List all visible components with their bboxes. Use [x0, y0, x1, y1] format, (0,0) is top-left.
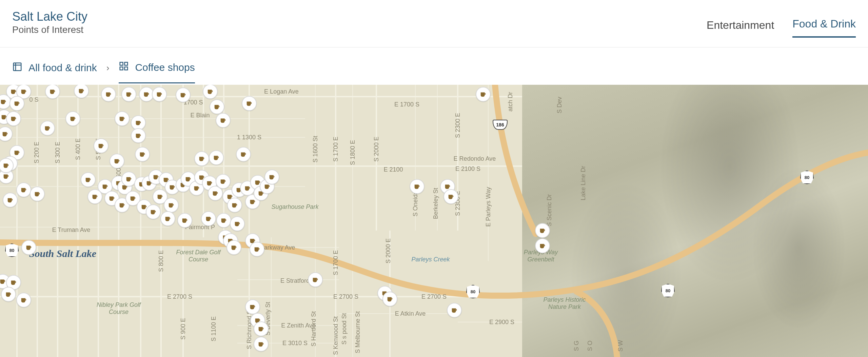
coffee-cup-icon: [386, 295, 394, 303]
coffee-shop-marker[interactable]: [201, 211, 216, 226]
coffee-cup-icon: [101, 183, 109, 190]
coffee-shop-marker[interactable]: [152, 87, 167, 102]
grid-icon: [119, 61, 129, 74]
coffee-cup-icon: [13, 149, 21, 156]
map-canvas[interactable]: South Salt Lake 0 S1700 SE 1700 SE Logan…: [0, 85, 868, 357]
crumb-root-label: All food & drink: [28, 62, 97, 74]
svg-rect-6: [125, 67, 128, 70]
coffee-shop-marker[interactable]: [216, 213, 231, 228]
coffee-shop-marker[interactable]: [410, 179, 425, 194]
coffee-shop-marker[interactable]: [203, 85, 218, 99]
coffee-shop-marker[interactable]: [245, 299, 260, 314]
interstate-shield: 80: [800, 171, 814, 184]
coffee-shop-marker[interactable]: [135, 147, 150, 162]
coffee-shop-marker[interactable]: [264, 170, 279, 184]
coffee-shop-marker[interactable]: [146, 204, 161, 219]
coffee-cup-icon: [253, 245, 261, 253]
coffee-shop-marker[interactable]: [216, 113, 231, 128]
coffee-shop-marker[interactable]: [254, 321, 269, 336]
coffee-shop-marker[interactable]: [254, 337, 269, 352]
coffee-shop-marker[interactable]: [65, 111, 80, 126]
coffee-shop-marker[interactable]: [101, 87, 116, 102]
coffee-shop-marker[interactable]: [216, 174, 231, 189]
coffee-shop-marker[interactable]: [21, 240, 36, 255]
coffee-shop-marker[interactable]: [227, 198, 242, 213]
tab-food-drink[interactable]: Food & Drink: [792, 18, 856, 38]
coffee-shop-marker[interactable]: [81, 172, 96, 187]
coffee-shop-marker[interactable]: [87, 189, 102, 204]
coffee-cup-icon: [118, 115, 126, 122]
coffee-cup-icon: [20, 186, 27, 194]
coffee-cup-icon: [206, 179, 213, 187]
coffee-shop-marker[interactable]: [160, 211, 175, 226]
coffee-cup-icon: [25, 244, 33, 251]
tab-entertainment[interactable]: Entertainment: [707, 19, 774, 38]
coffee-shop-marker[interactable]: [209, 150, 224, 165]
crumb-coffee-shops[interactable]: Coffee shops: [119, 61, 195, 83]
coffee-shop-marker[interactable]: [94, 138, 108, 153]
coffee-cup-icon: [413, 183, 421, 190]
coffee-cup-icon: [179, 91, 187, 99]
filter-bar: All food & drink › Coffee shops: [0, 47, 868, 85]
coffee-cup-icon: [135, 119, 142, 126]
coffee-shop-marker[interactable]: [447, 303, 462, 318]
coffee-cup-icon: [84, 176, 92, 183]
coffee-shop-marker[interactable]: [110, 154, 124, 168]
coffee-cup-icon: [230, 244, 238, 251]
coffee-shop-marker[interactable]: [131, 128, 146, 143]
coffee-cup-icon: [156, 193, 164, 200]
coffee-cup-icon: [451, 306, 458, 314]
coffee-cup-icon: [156, 91, 163, 98]
list-icon: [12, 62, 22, 74]
svg-rect-0: [14, 63, 21, 71]
coffee-cup-icon: [234, 220, 241, 227]
coffee-shop-marker[interactable]: [9, 96, 24, 111]
coffee-cup-icon: [240, 151, 247, 158]
coffee-cup-icon: [105, 91, 112, 98]
coffee-shop-marker[interactable]: [121, 87, 136, 102]
coffee-shop-marker[interactable]: [226, 240, 241, 255]
coffee-cup-icon: [184, 175, 192, 183]
coffee-shop-marker[interactable]: [1, 287, 16, 302]
coffee-shop-marker[interactable]: [242, 96, 257, 111]
coffee-shop-marker[interactable]: [210, 99, 224, 114]
coffee-cup-icon: [0, 98, 7, 105]
coffee-shop-marker[interactable]: [16, 182, 31, 197]
crumb-all-food-drink[interactable]: All food & drink: [12, 62, 97, 74]
coffee-shop-marker[interactable]: [535, 238, 550, 253]
app-header: Salt Lake City Points of Interest Entert…: [0, 0, 868, 47]
coffee-cup-icon: [257, 340, 265, 348]
coffee-shop-marker[interactable]: [236, 147, 251, 162]
coffee-cup-icon: [213, 154, 220, 161]
coffee-shop-marker[interactable]: [115, 111, 130, 126]
coffee-shop-marker[interactable]: [535, 223, 550, 238]
coffee-shop-marker[interactable]: [230, 216, 245, 231]
coffee-shop-marker[interactable]: [382, 292, 397, 306]
coffee-shop-marker[interactable]: [6, 111, 21, 126]
coffee-cup-icon: [20, 88, 27, 95]
crumb-current-label: Coffee shops: [135, 62, 195, 73]
coffee-shop-marker[interactable]: [476, 87, 491, 102]
svg-rect-3: [120, 62, 123, 65]
coffee-shop-marker[interactable]: [308, 272, 323, 287]
coffee-cup-icon: [479, 91, 487, 98]
coffee-cup-icon: [118, 201, 126, 209]
coffee-shop-marker[interactable]: [177, 213, 192, 228]
coffee-shop-marker[interactable]: [176, 87, 191, 102]
coffee-shop-marker[interactable]: [250, 242, 264, 257]
svg-rect-5: [120, 67, 123, 70]
coffee-shop-marker[interactable]: [16, 293, 31, 308]
coffee-shop-marker[interactable]: [30, 186, 45, 201]
coffee-shop-marker[interactable]: [164, 198, 179, 213]
coffee-cup-icon: [257, 325, 265, 333]
coffee-shop-marker[interactable]: [443, 189, 458, 204]
coffee-cup-icon: [206, 88, 214, 95]
coffee-cup-icon: [249, 303, 256, 311]
coffee-shop-marker[interactable]: [194, 151, 209, 166]
coffee-cup-icon: [312, 276, 319, 283]
coffee-shop-marker[interactable]: [3, 193, 18, 207]
coffee-cup-icon: [113, 157, 121, 165]
coffee-cup-icon: [193, 184, 200, 192]
coffee-shop-marker[interactable]: [40, 121, 55, 136]
coffee-shop-marker[interactable]: [45, 85, 60, 99]
